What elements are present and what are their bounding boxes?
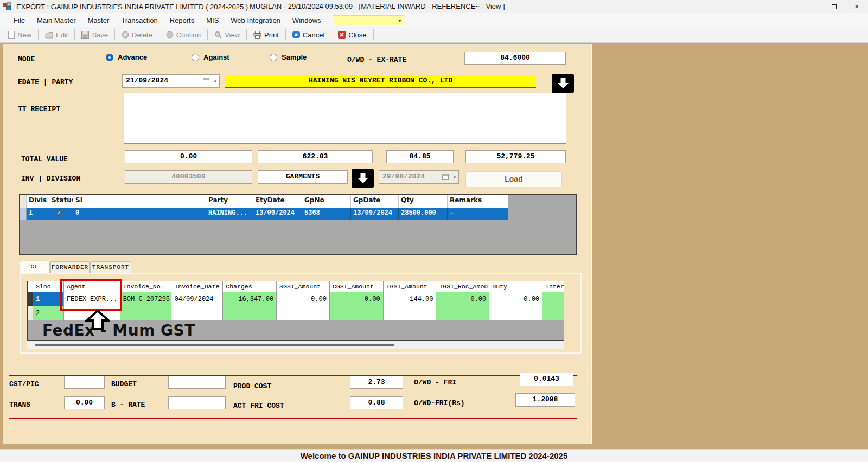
owd-fri-field[interactable]: 0.0143 [520, 373, 573, 386]
grid1-header-divis[interactable]: Divis [27, 195, 49, 208]
minimize-icon[interactable] [800, 0, 822, 13]
grid1-header-gpdate[interactable]: GpDate [351, 195, 399, 208]
owd-fri-label: O/WD - FRI [414, 378, 456, 387]
inward-entries-grid[interactable]: Divis Status Sl Party EtyDate GpNo GpDat… [19, 194, 577, 255]
inv-division-label: INV | DIVISION [21, 175, 80, 183]
grid1-header-remarks[interactable]: Remarks [448, 195, 508, 208]
grid1-header-status[interactable]: Status [49, 195, 73, 208]
agent-highlight-box [60, 279, 122, 311]
mode-label: MODE [18, 55, 35, 63]
close-window-icon[interactable]: × [845, 0, 868, 13]
b-rate-field[interactable] [168, 396, 226, 409]
menu-web-integration[interactable]: Web Integration [225, 14, 286, 27]
grid2-header-igst[interactable]: IGST_Amount [384, 281, 437, 292]
calendar-icon [203, 78, 209, 84]
grid2-header-sgst[interactable]: SGST_Amount [277, 281, 330, 292]
grid1-header-party[interactable]: Party [206, 195, 253, 208]
edit-button[interactable]: Edit [40, 29, 73, 41]
grid2-header-charges[interactable]: Charges [223, 281, 277, 292]
print-button[interactable]: Print [248, 29, 284, 41]
quick-search-combo[interactable]: ▾ [333, 15, 404, 25]
grid2-header-inter[interactable]: Inter [542, 281, 564, 292]
new-button[interactable]: New [3, 29, 36, 41]
grid2-header-igst-roc[interactable]: IGST_Roc_Amou [436, 281, 489, 292]
division-lookup-button[interactable] [352, 169, 374, 188]
close-icon [338, 31, 346, 39]
grid1-header-row: Divis Status Sl Party EtyDate GpNo GpDat… [20, 195, 576, 208]
load-button[interactable]: Load [465, 171, 562, 187]
grid1-header-sl[interactable]: Sl [73, 195, 206, 208]
tab-cl[interactable]: CL [20, 261, 50, 273]
grid2-header-duty[interactable]: Duty [489, 281, 542, 292]
total-value-label: TOTAL VALUE [21, 155, 68, 163]
status-checkbox[interactable]: ✓ [55, 209, 63, 217]
save-button[interactable]: Save [76, 29, 113, 41]
exrate-field[interactable]: 84.6000 [464, 52, 566, 65]
horizontal-scrollbar[interactable] [27, 341, 564, 349]
app-icon [3, 2, 12, 11]
total-value-field-1[interactable]: 0.00 [125, 150, 252, 163]
grid2-header-invoice-no[interactable]: Invoice_No [120, 281, 172, 292]
edate-field[interactable]: 21/09/2024 ▾ [122, 74, 220, 88]
act-fri-cost-label: ACT FRI COST [233, 402, 284, 410]
menu-reports[interactable]: Reports [164, 14, 201, 27]
material-inward-form: MODE Advance Against Sample O/WD - EX-RA… [3, 44, 592, 444]
status-bar: Welcome to GAINUP INDUSTRIES INDIA PRIVA… [0, 449, 868, 462]
tt-receipt-label: TT RECEIPT [18, 105, 60, 113]
trans-field[interactable]: 0.00 [64, 396, 105, 409]
menu-main-master[interactable]: Main Master [31, 14, 82, 27]
menu-bar: File Main Master Master Transaction Repo… [0, 13, 868, 27]
trans-label: TRANS [9, 401, 30, 409]
mode-radio-sample[interactable]: Sample [270, 53, 307, 61]
act-fri-cost-field[interactable]: 0.88 [350, 396, 403, 409]
menu-windows[interactable]: Windows [286, 14, 327, 27]
view-button[interactable]: View [209, 29, 245, 41]
delete-button[interactable]: Delete [117, 29, 157, 41]
edate-party-label: EDATE | PARTY [18, 78, 73, 86]
toolbar: New Edit Save Delete Confirm View Print … [0, 27, 868, 43]
tt-receipt-textarea[interactable] [124, 93, 566, 144]
total-value-field-4[interactable]: 52,779.25 [465, 150, 566, 163]
party-lookup-button[interactable] [552, 74, 574, 93]
confirm-button[interactable]: Confirm [161, 29, 206, 41]
grid1-header-qty[interactable]: Qty [399, 195, 448, 208]
tab-forwarder[interactable]: FORWARDER [50, 261, 90, 273]
cancel-button[interactable]: Cancel [288, 29, 329, 41]
mode-radio-advance[interactable]: Advance [106, 53, 147, 61]
close-button[interactable]: Close [333, 29, 371, 41]
mode-radio-against[interactable]: Against [192, 53, 229, 61]
scrollbar-thumb[interactable] [35, 344, 394, 346]
party-field[interactable]: HAINING NIS NEYRET RIBBON CO., LTD [225, 75, 536, 88]
owd-fri-rs-field[interactable]: 1.2098 [515, 393, 575, 407]
cst-pic-field[interactable] [64, 376, 105, 389]
grid2-header-invoice-date[interactable]: Invoice_Date [171, 281, 223, 292]
menu-transaction[interactable]: Transaction [115, 14, 163, 27]
grid1-selected-row[interactable]: 1 ✓ 0 HAINING... 13/09/2024 5368 13/09/2… [20, 208, 576, 220]
menu-file[interactable]: File [8, 14, 31, 27]
menu-master[interactable]: Master [81, 14, 115, 27]
tab-transport[interactable]: TRANSPORT [90, 261, 131, 273]
grid1-header-gpno[interactable]: GpNo [302, 195, 351, 208]
title-bar: EXPORT : GAINUP INDUSTRIES INDIA PRIVATE… [0, 0, 868, 13]
owd-fri-rs-label: O/WD-FRI(Rs) [414, 399, 465, 407]
radio-icon [192, 54, 199, 61]
total-value-field-3[interactable]: 84.85 [386, 150, 454, 163]
edit-icon [45, 31, 53, 39]
save-icon [81, 31, 89, 39]
print-icon [253, 31, 261, 39]
total-value-field-2[interactable]: 622.03 [258, 150, 373, 163]
prod-cost-field[interactable]: 2.73 [350, 376, 403, 389]
menu-mis[interactable]: MIS [200, 14, 225, 27]
restore-icon[interactable] [822, 0, 845, 13]
chevron-down-icon: ▾ [453, 172, 456, 184]
grid2-header-cgst[interactable]: CGST_Amount [330, 281, 384, 292]
grid2-header-slno[interactable]: Slno [33, 281, 64, 292]
chevron-down-icon[interactable]: ▾ [214, 76, 217, 88]
division-field[interactable]: GARMENTS [258, 170, 348, 184]
status-text: Welcome to GAINUP INDUSTRIES INDIA PRIVA… [301, 451, 568, 460]
division-date-field: 29/08/2024 ▾ [379, 170, 459, 184]
grid1-header-etydate[interactable]: EtyDate [253, 195, 302, 208]
budget-field[interactable] [168, 376, 226, 389]
cst-pic-label: CST/PIC [9, 380, 39, 388]
cancel-icon [292, 31, 300, 39]
